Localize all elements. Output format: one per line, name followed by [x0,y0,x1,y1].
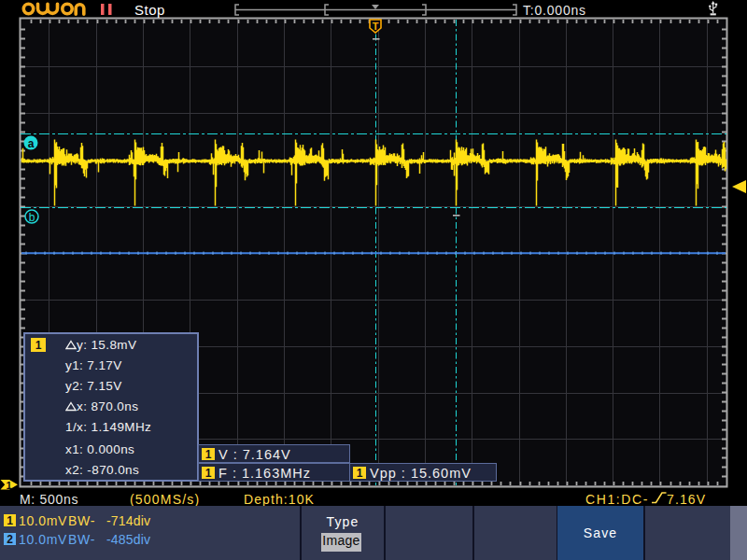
svg-text:1: 1 [6,480,11,491]
svg-text:b: b [29,211,35,224]
svg-text:T: T [373,21,379,32]
svg-text:a: a [28,137,35,150]
